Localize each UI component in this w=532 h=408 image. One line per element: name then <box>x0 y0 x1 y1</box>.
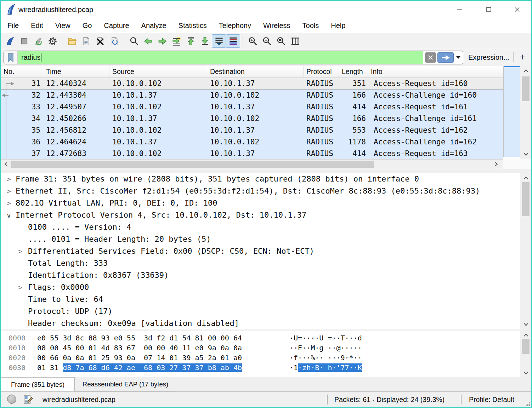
expand-closed-icon[interactable]: > <box>16 281 24 293</box>
packet-row-35[interactable]: 3512.45681210.10.0.10210.10.1.37RADIUS55… <box>1 125 503 136</box>
statusbar-filename[interactable]: wiredradiusfiltered.pcap <box>43 392 115 407</box>
colorize-packets-button[interactable] <box>226 34 240 48</box>
open-file-button[interactable] <box>65 34 79 48</box>
bytes-scrollbar[interactable] <box>520 331 531 377</box>
scroll-up-icon[interactable] <box>520 174 531 182</box>
column-header-length[interactable]: Length <box>339 66 368 77</box>
save-file-button[interactable] <box>79 34 93 48</box>
find-packet-button[interactable] <box>127 34 141 48</box>
go-forward-button[interactable] <box>155 34 169 48</box>
display-filter-input[interactable]: radius <box>18 51 423 64</box>
hex-bytes[interactable]: e0 55 3d 8c 88 93 e0 55 3d f2 d1 54 81 0… <box>37 333 242 343</box>
maximize-button[interactable] <box>481 1 497 18</box>
menu-help[interactable]: Help <box>325 18 351 33</box>
hex-bytes[interactable]: 00 66 0a 0a 01 25 93 0a 07 14 01 39 a5 2… <box>37 353 242 363</box>
column-header-protocol[interactable]: Protocol <box>304 66 339 77</box>
scroll-left-icon[interactable] <box>1 160 11 169</box>
pane-splitter[interactable] <box>1 169 531 173</box>
detail-line[interactable]: >802.1Q Virtual LAN, PRI: 0, DEI: 0, ID:… <box>1 197 520 209</box>
tab-reassembled-eap[interactable]: Reassembled EAP (17 bytes) <box>75 377 176 391</box>
packet-row-37[interactable]: 3712.47268310.10.0.10210.10.1.37RADIUS41… <box>1 148 503 159</box>
minimize-button[interactable] <box>451 1 468 18</box>
statusbar-profile[interactable]: Profile: Default <box>469 392 514 407</box>
expand-closed-icon[interactable]: > <box>5 173 13 185</box>
column-header-source[interactable]: Source <box>109 66 207 77</box>
detail-line[interactable]: Protocol: UDP (17) <box>1 305 520 317</box>
auto-scroll-button[interactable] <box>212 34 226 48</box>
detail-line[interactable]: .... 0101 = Header Length: 20 bytes (5) <box>1 233 520 245</box>
detail-line[interactable]: 0100 .... = Version: 4 <box>1 221 520 233</box>
start-capture-button[interactable] <box>3 34 17 48</box>
filter-dropdown-button[interactable] <box>454 52 463 63</box>
menu-go[interactable]: Go <box>77 18 98 33</box>
zoom-original-button[interactable] <box>274 34 288 48</box>
capture-comment-icon[interactable] <box>23 394 33 405</box>
capture-options-button[interactable] <box>45 34 60 48</box>
menu-telephony[interactable]: Telephony <box>213 18 257 33</box>
detail-line[interactable]: >Frame 31: 351 bytes on wire (2808 bits)… <box>1 173 520 185</box>
expand-closed-icon[interactable]: > <box>5 185 13 197</box>
details-scrollbar[interactable] <box>520 173 531 329</box>
resize-grip[interactable] <box>526 402 530 407</box>
detail-line[interactable]: Total Length: 333 <box>1 257 520 269</box>
close-button[interactable] <box>509 1 525 18</box>
restart-capture-button[interactable] <box>31 34 45 48</box>
zoom-out-button[interactable] <box>260 34 274 48</box>
hex-ascii[interactable]: ··E··M·g ··@····· <box>289 343 362 353</box>
column-header-time[interactable]: Time <box>43 66 109 77</box>
zoom-in-button[interactable] <box>245 34 260 48</box>
go-to-first-button[interactable] <box>183 34 198 48</box>
filter-clear-button[interactable] <box>425 52 436 63</box>
tab-frame[interactable]: Frame (351 bytes) <box>1 377 75 391</box>
packet-row-33[interactable]: 3312.44950710.10.0.10210.10.1.37RADIUS41… <box>1 101 503 113</box>
go-back-button[interactable] <box>141 34 155 48</box>
expand-closed-icon[interactable]: > <box>5 197 13 209</box>
scrollbar-thumb[interactable] <box>522 182 530 216</box>
menu-tools[interactable]: Tools <box>296 18 325 33</box>
packet-list-hscrollbar[interactable] <box>1 159 503 169</box>
detail-line[interactable]: Time to live: 64 <box>1 293 520 305</box>
menu-file[interactable]: File <box>1 18 25 33</box>
detail-line[interactable]: Header checksum: 0xe09a [validation disa… <box>1 317 520 329</box>
scroll-up-icon[interactable] <box>520 67 531 74</box>
display-filter-box[interactable]: radius <box>4 51 463 64</box>
scrollbar-thumb[interactable] <box>522 339 530 354</box>
go-to-last-button[interactable] <box>198 34 212 48</box>
scroll-right-icon[interactable] <box>492 160 501 169</box>
hex-ascii[interactable]: ·f···%·· ···9·*·· <box>289 353 362 363</box>
menu-analyze[interactable]: Analyze <box>135 18 172 33</box>
expert-info-icon[interactable] <box>7 395 16 404</box>
expand-open-icon[interactable]: v <box>5 209 13 221</box>
scrollbar-thumb[interactable] <box>522 76 530 101</box>
detail-line[interactable]: vInternet Protocol Version 4, Src: 10.10… <box>1 209 520 221</box>
packet-row-36[interactable]: 3612.46462410.10.1.3710.10.0.102RADIUS11… <box>1 136 503 148</box>
hex-ascii[interactable]: ·1·zh·B· h·'77··K <box>289 363 362 373</box>
detail-line[interactable]: >Flags: 0x0000 <box>1 281 520 293</box>
stop-capture-button[interactable] <box>17 34 31 48</box>
menu-wireless[interactable]: Wireless <box>257 18 296 33</box>
close-file-button[interactable] <box>93 34 107 48</box>
intelligent-scrollbar-minimap[interactable] <box>503 66 520 157</box>
filter-bookmark-button[interactable] <box>4 51 18 64</box>
packet-row-31[interactable]: 3112.44032410.10.0.10210.10.1.37RADIUS35… <box>1 78 503 90</box>
packet-list-scrollbar[interactable] <box>520 66 531 159</box>
packet-row-34[interactable]: 3412.45026610.10.1.3710.10.0.102RADIUS16… <box>1 113 503 125</box>
menu-capture[interactable]: Capture <box>98 18 135 33</box>
title-bar[interactable]: wiredradiusfiltered.pcap <box>1 1 531 18</box>
hscrollbar-thumb[interactable] <box>11 161 374 168</box>
column-header-no[interactable]: No. <box>1 66 43 77</box>
column-header-info[interactable]: Info <box>368 66 503 77</box>
column-header-destination[interactable]: Destination <box>207 66 304 77</box>
packet-row-32[interactable]: 3212.44330410.10.1.3710.10.0.102RADIUS16… <box>1 90 503 101</box>
resize-columns-button[interactable] <box>288 34 302 48</box>
scroll-down-icon[interactable] <box>520 369 531 377</box>
detail-line[interactable]: >Differentiated Services Field: 0x00 (DS… <box>1 245 520 257</box>
hex-bytes[interactable]: 08 00 45 00 01 4d 83 67 00 00 40 11 e0 9… <box>37 343 242 353</box>
expression-button[interactable]: Expression... <box>468 49 509 66</box>
detail-line[interactable]: >Ethernet II, Src: CiscoMer_f2:d1:54 (e0… <box>1 185 520 197</box>
menu-edit[interactable]: Edit <box>25 18 49 33</box>
detail-line[interactable]: Identification: 0x8367 (33639) <box>1 269 520 281</box>
go-to-packet-button[interactable] <box>169 34 183 48</box>
hex-bytes[interactable]: 01 31 d8 7a 68 d6 42 ae 68 03 27 37 37 b… <box>37 363 242 373</box>
reload-file-button[interactable] <box>107 34 121 48</box>
